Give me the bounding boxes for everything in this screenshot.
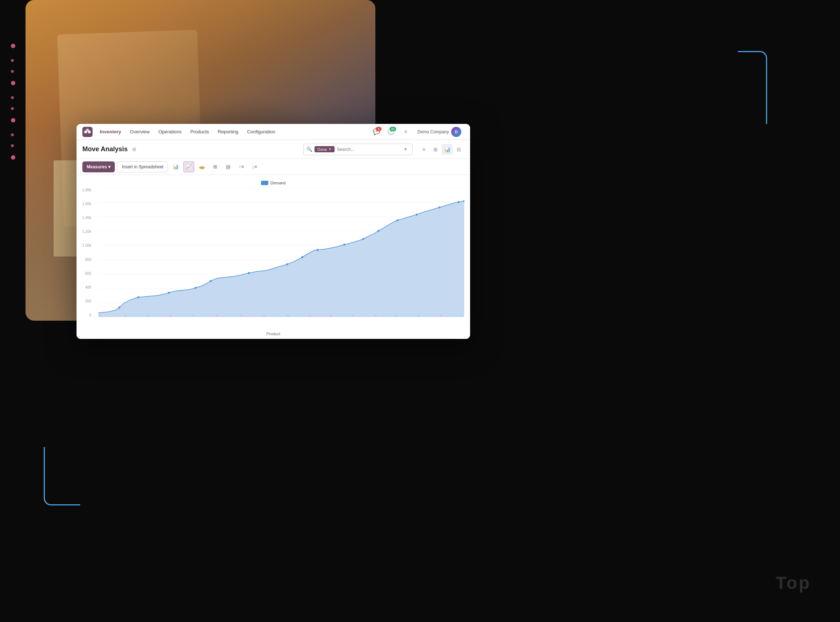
x-label: [FURN_0069] Conf...	[192, 315, 207, 316]
y-label-8: 200	[85, 299, 91, 303]
settings-gear-icon[interactable]: ⚙	[132, 146, 137, 152]
search-input[interactable]	[337, 147, 400, 152]
svg-point-16	[168, 292, 170, 294]
y-label-3: 1.20k	[82, 230, 91, 233]
svg-point-23	[343, 244, 345, 245]
top-watermark: Top	[776, 573, 811, 593]
svg-point-24	[362, 238, 364, 240]
legend-color-demand	[261, 181, 268, 185]
x-axis-labels: [DESK0009] Custom... [E-COM08] Storage […	[98, 315, 464, 333]
y-label-5: 800	[85, 258, 91, 262]
insert-spreadsheet-button[interactable]: Insert in Spreadsheet	[117, 162, 168, 172]
chart-svg-container	[98, 188, 464, 317]
view-list-button[interactable]: ≡	[418, 144, 429, 155]
x-label: [FURN_1148] Cust...	[262, 315, 278, 316]
search-bar: 🔍 Done ✕ ▼	[303, 143, 413, 155]
sort-desc-button[interactable]: ↓≡	[249, 162, 260, 172]
svg-point-14	[119, 306, 120, 308]
x-label: [FURN_8890] Table	[417, 315, 432, 316]
blue-corner-decoration	[738, 51, 767, 124]
svg-point-29	[458, 201, 460, 203]
nav-bar: Inventory Overview Operations Products R…	[76, 124, 470, 140]
svg-point-20	[286, 264, 288, 265]
svg-point-22	[317, 249, 319, 251]
svg-point-18	[210, 280, 212, 282]
messages-button[interactable]: 💬 1	[370, 126, 382, 138]
x-label: Fungi	[460, 315, 464, 316]
chart-table-button[interactable]: ⊞	[210, 162, 221, 172]
svg-point-21	[301, 256, 303, 258]
chart-bar-button[interactable]: 📊	[170, 162, 181, 172]
y-label-2: 1.40k	[82, 216, 91, 220]
x-label: [FURN_0069] Sep...	[169, 315, 184, 316]
toolbar: Measures ▾ Insert in Spreadsheet 📊 📈 🥧 ⊞…	[76, 159, 470, 175]
nav-item-reporting[interactable]: Reporting	[213, 124, 243, 140]
page-title: Move Analysis	[82, 145, 128, 153]
nav-icons: 💬 1 🕐 21 ✕ Demo Company D	[370, 126, 464, 138]
y-label-9: 0	[89, 313, 91, 317]
x-label: [FURN_0069] Meta...	[215, 315, 232, 316]
x-label: [FURN_1140] Steel	[286, 315, 301, 316]
blue-bracket-decoration	[44, 447, 80, 505]
svg-point-27	[416, 213, 418, 215]
chart-area-button[interactable]: ▤	[223, 162, 233, 172]
chart-legend: Demand	[261, 181, 286, 185]
x-label: [FURN_6920] Acou	[329, 315, 344, 316]
company-selector[interactable]: Demo Company D	[414, 127, 464, 137]
chart-svg	[98, 188, 464, 317]
x-label: [E-COM08] Storage	[124, 315, 139, 316]
nav-item-operations[interactable]: Operations	[154, 124, 186, 140]
close-button[interactable]: ✕	[400, 126, 412, 138]
measures-button[interactable]: Measures ▾	[82, 162, 115, 172]
y-label-6: 600	[85, 271, 91, 276]
filter-done-tag[interactable]: Done ✕	[314, 146, 335, 152]
svg-point-17	[195, 287, 197, 288]
svg-rect-0	[82, 127, 93, 137]
x-label: [FURN_8111] Water	[394, 315, 409, 316]
sort-asc-button[interactable]: ↑≡	[236, 162, 247, 172]
nav-item-products[interactable]: Products	[186, 124, 213, 140]
y-label-0: 1.80k	[82, 188, 91, 192]
nav-item-configuration[interactable]: Configuration	[243, 124, 279, 140]
y-label-4: 1.00k	[82, 243, 91, 247]
legend-label-demand: Demand	[270, 181, 286, 185]
view-kanban-button[interactable]: ⊞	[430, 144, 441, 155]
chart-line-button[interactable]: 📈	[183, 162, 194, 172]
search-icon: 🔍	[306, 146, 312, 152]
nav-item-overview[interactable]: Overview	[126, 124, 154, 140]
nav-item-inventory[interactable]: Inventory	[96, 124, 126, 140]
svg-point-28	[438, 206, 440, 208]
x-label: [DESK0009] Custom...	[98, 315, 115, 316]
x-label: [FURN_7800] Wood	[351, 315, 366, 316]
x-label: [RENT001] Dining	[439, 315, 453, 316]
svg-point-15	[137, 296, 139, 298]
y-label-1: 1.60k	[82, 202, 91, 206]
x-label: [FURN_1345_GR]	[308, 315, 323, 316]
svg-point-19	[248, 272, 250, 274]
user-avatar: D	[451, 127, 461, 137]
odoo-logo[interactable]	[82, 127, 93, 137]
view-chart-button[interactable]: 📊	[442, 144, 453, 155]
filter-remove-button[interactable]: ✕	[328, 147, 332, 152]
subheader: Move Analysis ⚙ 🔍 Done ✕ ▼ ≡ ⊞ 📊 ⊟	[76, 140, 470, 159]
svg-point-25	[378, 230, 380, 232]
search-dropdown-button[interactable]: ▼	[402, 146, 409, 153]
activities-button[interactable]: 🕐 21	[385, 126, 397, 138]
decorative-dots	[11, 29, 15, 171]
view-mode-buttons: ≡ ⊞ 📊 ⊟	[418, 144, 464, 155]
svg-point-26	[396, 220, 398, 221]
svg-point-3	[86, 129, 89, 131]
y-axis-labels: 1.80k 1.60k 1.40k 1.20k 1.00k 800 600 40…	[82, 188, 91, 317]
chart-area: Demand 1.80k 1.60k 1.40k 1.20k 1.00k 800…	[76, 175, 470, 339]
x-label: [FURN_1148] Laddr	[240, 315, 255, 316]
x-label: [E-COM12] Cabinet	[146, 315, 162, 316]
x-label: [FURN_8011] Ply	[374, 315, 387, 316]
chart-pie-button[interactable]: 🥧	[197, 162, 207, 172]
view-pivot-button[interactable]: ⊟	[453, 144, 464, 155]
app-window: Inventory Overview Operations Products R…	[76, 124, 470, 339]
y-label-7: 400	[85, 285, 91, 289]
